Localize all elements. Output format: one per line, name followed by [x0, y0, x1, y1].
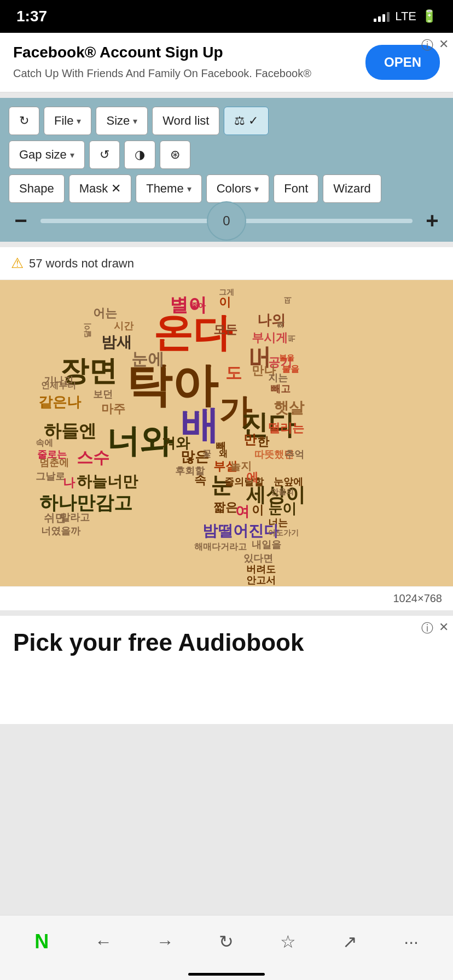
slider-thumb[interactable]: 0: [207, 201, 246, 241]
battery-icon: 🔋: [422, 9, 437, 24]
ad-bottom-close-icon[interactable]: ✕: [439, 620, 449, 634]
word-cloud-word: 내일을: [252, 540, 281, 550]
ad-bottom-title: Pick your free Audiobook: [13, 629, 440, 656]
word-cloud-word: 뒤: [287, 335, 295, 342]
word-cloud-word: 탁아: [126, 362, 218, 408]
word-cloud-word: 놀지: [230, 460, 252, 471]
star-icon: ☆: [280, 931, 296, 952]
word-cloud-word: 부시게: [252, 332, 288, 344]
word-cloud-word: 떨리는: [268, 422, 304, 434]
nav-back-button[interactable]: ←: [87, 925, 120, 958]
colors-button[interactable]: Colors ▾: [206, 174, 270, 203]
shape-button[interactable]: Shape: [9, 174, 65, 203]
slider-minus-button[interactable]: −: [9, 208, 33, 233]
contrast-icon: ◑: [135, 148, 145, 162]
refresh-button[interactable]: ↻: [9, 107, 39, 135]
share-icon: ↗: [342, 931, 357, 952]
slider-plus-button[interactable]: +: [420, 208, 444, 233]
word-cloud-tool: ↻ File ▾ Size ▾ Word list ⚖ ✓ Gap size ▾…: [0, 98, 453, 242]
word-cloud-word: 버려도: [246, 564, 276, 574]
wizard-button[interactable]: Wizard: [323, 174, 381, 203]
ad-text-block: Facebook® Account Sign Up Catch Up With …: [13, 44, 355, 81]
lte-label: LTE: [395, 9, 416, 24]
word-cloud-word: 회: [276, 321, 284, 329]
word-cloud-word: 지는: [268, 373, 288, 383]
word-cloud-word: 그게: [219, 288, 234, 296]
word-cloud-word: 도: [225, 365, 242, 381]
mask-button[interactable]: Mask ✕: [69, 174, 132, 203]
font-label: Font: [284, 182, 308, 196]
word-list-label: Word list: [162, 114, 209, 128]
dimension-bar: 1024×768: [0, 586, 453, 610]
word-cloud-word: 안고서: [246, 575, 276, 585]
word-cloud-word: 보던: [93, 389, 113, 399]
contrast-button[interactable]: ◑: [124, 141, 155, 169]
file-label: File: [54, 114, 73, 128]
size-button[interactable]: Size ▾: [96, 107, 148, 135]
nav-share-button[interactable]: ↗: [333, 925, 366, 958]
word-cloud-word: 하나만감고: [39, 493, 132, 512]
balance-button[interactable]: ⚖ ✓: [224, 107, 269, 135]
refresh-icon: ↻: [19, 114, 29, 128]
word-cloud-word: 눈에: [131, 351, 164, 368]
word-cloud-word: 여: [235, 504, 249, 518]
toolbar-row-3: Shape Mask ✕ Theme ▾ Colors ▾ Font Wizar…: [9, 174, 444, 203]
word-cloud-word: 좋아: [190, 302, 206, 310]
word-cloud-word: 햇살: [274, 400, 304, 416]
ad-bottom-info-icon[interactable]: ⓘ: [421, 620, 433, 637]
word-cloud-word: 빼고: [271, 384, 291, 394]
word-cloud-word: 눈이: [268, 501, 297, 516]
word-cloud-word: 나: [63, 477, 75, 489]
theme-button[interactable]: Theme ▾: [136, 174, 201, 203]
browser-nav: N ← → ↻ ☆ ↗ ···: [0, 915, 453, 980]
word-cloud-word: 안을의: [271, 488, 294, 495]
word-cloud-word: 밤새: [101, 335, 132, 350]
slider-value: 0: [223, 213, 230, 229]
target-icon: ⊛: [170, 148, 180, 162]
back-icon: ←: [95, 932, 112, 952]
nav-n-icon: N: [34, 930, 49, 953]
file-button[interactable]: File ▾: [44, 107, 91, 135]
nav-refresh-button[interactable]: ↻: [210, 925, 243, 958]
word-cloud-word: 이: [219, 296, 231, 308]
size-arrow: ▾: [133, 116, 137, 126]
font-button[interactable]: Font: [274, 174, 318, 203]
nav-menu-button[interactable]: ···: [395, 925, 428, 958]
word-cloud-word: 에: [246, 471, 258, 483]
warning-icon: ⚠: [11, 255, 24, 272]
word-cloud-word: 시간: [114, 321, 133, 331]
status-bar: 1:37 LTE 🔋: [0, 0, 453, 33]
word-cloud-word: 그날로: [36, 471, 65, 481]
word-cloud-word: 밤떨어진다: [202, 523, 279, 539]
file-arrow: ▾: [77, 116, 81, 126]
ad-close-icon[interactable]: ✕: [439, 37, 449, 51]
refresh2-button[interactable]: ↺: [89, 141, 120, 169]
balance-icon: ⚖: [234, 114, 245, 128]
ad-info-icon[interactable]: ⓘ: [421, 37, 433, 54]
word-cloud-word: 멈춘에: [39, 458, 69, 468]
slider-track[interactable]: 0: [40, 219, 413, 223]
ad-banner-top: ⓘ ✕ Facebook® Account Sign Up Catch Up W…: [0, 33, 453, 92]
word-cloud-word: 하들엔: [44, 422, 96, 440]
gap-size-arrow: ▾: [70, 150, 74, 160]
toolbar-row-2: Gap size ▾ ↺ ◑ ⊛: [9, 141, 444, 169]
word-cloud-word: 한: [257, 436, 269, 448]
nav-forward-button[interactable]: →: [148, 925, 181, 958]
size-label: Size: [106, 114, 130, 128]
refresh2-icon: ↺: [100, 148, 109, 162]
target-button[interactable]: ⊛: [160, 141, 190, 169]
menu-icon: ···: [404, 932, 419, 952]
shape-label: Shape: [19, 182, 54, 196]
word-cloud-word: 마주: [101, 403, 125, 415]
status-icons: LTE 🔋: [374, 9, 437, 24]
word-cloud-word: 있다면: [243, 553, 273, 563]
word-cloud-word: 말라고: [60, 512, 90, 522]
word-list-button[interactable]: Word list: [152, 107, 219, 135]
word-cloud-word: 해매다거라고: [194, 542, 247, 551]
nav-refresh-icon: ↻: [219, 931, 234, 952]
theme-label: Theme: [146, 182, 183, 196]
word-cloud-word: 모든: [213, 324, 237, 336]
gap-size-button[interactable]: Gap size ▾: [9, 141, 85, 169]
signal-icon: [374, 11, 390, 22]
nav-bookmark-button[interactable]: ☆: [272, 925, 305, 958]
